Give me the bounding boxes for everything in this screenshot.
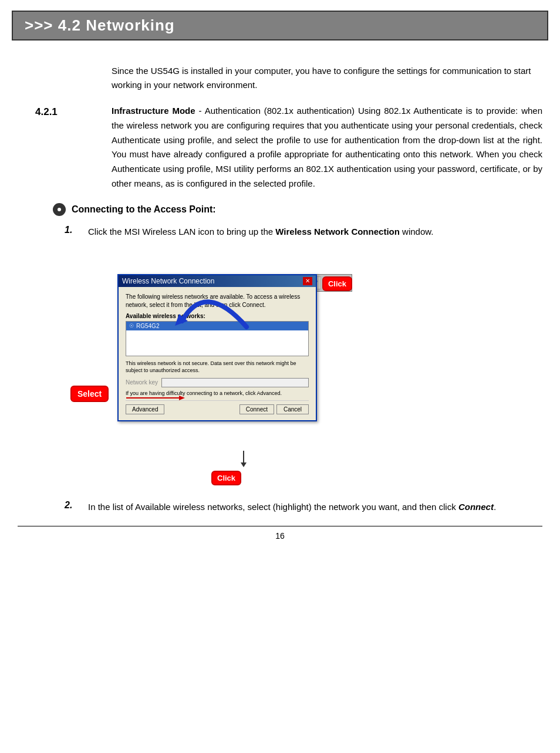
connect-button[interactable]: Connect — [239, 404, 274, 414]
dialog-titlebar: Wireless Network Connection ✕ — [119, 275, 316, 287]
dialog-close-button[interactable]: ✕ — [303, 277, 312, 285]
cancel-button[interactable]: Cancel — [276, 404, 309, 414]
svg-marker-6 — [241, 462, 247, 467]
page-header: >>> 4.2 Networking — [12, 11, 548, 40]
click-badge-top: Click — [322, 276, 352, 291]
select-arrow — [126, 393, 185, 403]
intro-paragraph: Since the US54G is installed in your com… — [112, 64, 542, 92]
blue-arrow-top — [147, 286, 264, 335]
step-1: 1. Click the MSI Wireless LAN icon to br… — [65, 225, 542, 239]
page-number: 16 — [275, 531, 285, 541]
step-1-content: Click the MSI Wireless LAN icon to bring… — [88, 225, 542, 239]
svg-marker-4 — [179, 396, 185, 400]
click-badge-bottom: Click — [211, 471, 241, 485]
dialog-buttons: Advanced Connect Cancel — [126, 400, 309, 414]
page-content: Since the US54G is installed in your com… — [0, 40, 560, 558]
right-buttons: Connect Cancel — [239, 404, 309, 414]
section-number: 4.2.1 — [35, 104, 112, 191]
step-2-number: 2. — [65, 500, 88, 515]
svg-point-1 — [58, 208, 61, 211]
step-2: 2. In the list of Available wireless net… — [65, 500, 542, 515]
step-1-number: 1. — [65, 225, 88, 239]
dialog-title: Wireless Network Connection — [122, 277, 214, 285]
page-footer: 16 — [18, 526, 542, 541]
page-title: >>> 4.2 Networking — [25, 16, 535, 35]
select-badge: Select — [70, 386, 109, 402]
bullet-icon — [53, 203, 66, 216]
warning-text: This wireless network is not secure. Dat… — [126, 360, 309, 374]
screenshot-block: ◄ 📄 ◉ ~ Click — [70, 274, 352, 491]
network-key-input[interactable] — [161, 378, 309, 387]
step-2-content: In the list of Available wireless networ… — [88, 500, 542, 515]
section-body: Infrastructure Mode - Authentication (80… — [112, 104, 542, 191]
key-label: Network key — [126, 379, 158, 386]
section-title: Infrastructure Mode — [112, 106, 195, 116]
access-point-section: Connecting to the Access Point: 1. Click… — [53, 203, 542, 515]
section-text: - Authentication (802.1x authentication)… — [112, 106, 542, 188]
connect-arrow — [238, 451, 255, 470]
section-421: 4.2.1 Infrastructure Mode - Authenticati… — [35, 104, 542, 191]
network-key-row: Network key — [126, 378, 309, 387]
access-point-title: Connecting to the Access Point: — [53, 203, 542, 216]
network-icon: ☉ — [129, 323, 134, 329]
advanced-button[interactable]: Advanced — [126, 404, 164, 414]
